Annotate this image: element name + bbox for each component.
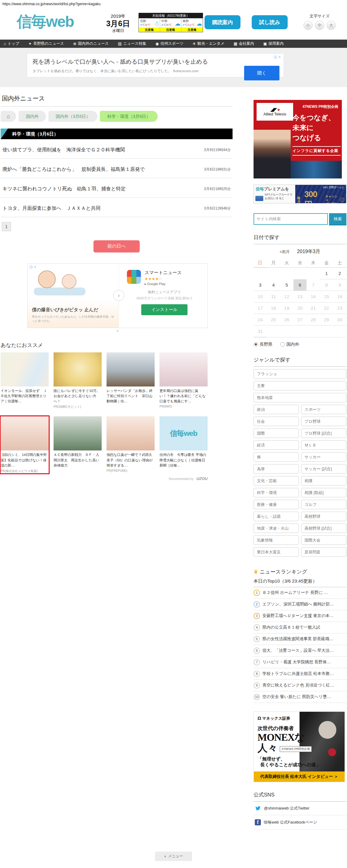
genre-button[interactable]: 医療・健康	[254, 500, 299, 509]
breadcrumb-item-active[interactable]: 科学・環境（3月6日）	[100, 111, 158, 122]
menu-button[interactable]: ∧メニュー	[155, 851, 192, 861]
ad-close-icon[interactable]: ×	[27, 329, 208, 333]
subscribe-button[interactable]: 購読案内	[204, 15, 241, 29]
smartnews-ad-creative[interactable]: 僕の爆音いびきがピタッ 止んだ 何をやってもダメだったあなたに。いびき対策の最終…	[28, 264, 119, 328]
genre-button[interactable]: ゴルフ	[301, 500, 347, 509]
article-title-link[interactable]: 使い捨てプラ、使用削減を 海洋保全でＧ２０科学機関	[2, 147, 125, 153]
article-title-link[interactable]: キツネに襲われコウノトリ死ぬ 幼鳥１羽、捕食と特定	[2, 186, 126, 192]
nav-item[interactable]: ▦ 会社案内	[233, 41, 254, 46]
breadcrumb-item[interactable]: 国内外（3月6日）	[49, 111, 98, 122]
genre-button[interactable]: 気象情報	[254, 535, 299, 545]
install-button[interactable]: インストール	[141, 304, 188, 315]
recommend-card[interactable]: ＡＣ長野の新戦力 ＤＦ・入間川景太 両足生かした高い身体能力	[54, 416, 102, 473]
nav-item[interactable]: ⊕ 国内外のニュース	[73, 41, 109, 46]
shinmai-premium-ad[interactable]: 信毎プレミアムを NTTグループカードでお支払いすると 20ケ月間ずーっと 毎月…	[254, 185, 346, 204]
calendar-day[interactable]: 3	[254, 279, 267, 291]
trial-read-button[interactable]: 試し読み	[252, 15, 288, 29]
nav-item[interactable]: ✦ 長野県のニュース	[28, 41, 64, 46]
recommend-card[interactable]: 【顔のシミ、14日間の集中対策】化粧品では防げない！保湿の新… PR(株式会社メ…	[1, 416, 49, 473]
recommend-card[interactable]: レッサーパンダ「お散歩」終了前に特別イベント 茶臼山動物園｜信…	[106, 352, 155, 409]
genre-button[interactable]: 為替	[254, 464, 299, 474]
ranking-item[interactable]: 7 リハビリ・看護 大学院構想 長野保…	[254, 657, 346, 668]
weather-region[interactable]: 北部 3℃/8℃ ☃ 注意報	[139, 18, 160, 32]
monex-cta-bar[interactable]: 代表取締役社長 松本大氏 インタビュー ＞	[254, 771, 345, 782]
genre-button[interactable]: 科学・環境	[254, 488, 299, 497]
nav-item[interactable]: ⌂ トップ	[4, 41, 19, 46]
weather-region[interactable]: 南部 4℃/12℃ ☁ 注意報	[181, 18, 203, 32]
ranking-item[interactable]: 4 県内の公立高８１校で一般入試	[254, 622, 346, 633]
font-size-large-button[interactable]: 大	[326, 21, 336, 30]
google-play-link[interactable]: ▸ Google Play	[145, 282, 182, 286]
font-size-small-button[interactable]: 小	[304, 21, 313, 30]
facebook-link-row[interactable]: f 信毎web 公式Facebookページ	[254, 815, 346, 830]
font-size-medium-button[interactable]: 中	[315, 21, 324, 30]
genre-button[interactable]: 熊本地震	[254, 393, 346, 402]
genre-button[interactable]: サッカー [試合]	[301, 464, 347, 474]
ranking-item[interactable]: 2 エプソン、深圳工場閉鎖へ 腕時計部…	[254, 599, 346, 610]
allied-telesis-ad[interactable]: ◢◤● Allied Telesis 47NEWS PR特別企画 今をつなぎ、 …	[254, 100, 342, 179]
genre-button[interactable]: 国際	[254, 429, 299, 438]
previous-month-link[interactable]: <前月	[280, 249, 290, 254]
weather-region[interactable]: 中部 2℃/8℃ ☁ 注意報	[160, 18, 181, 32]
ranking-item[interactable]: 9 青空に映えるピンク色 見頃近づく紅…	[254, 680, 346, 691]
nav-item[interactable]: ▣ 採用案内	[263, 41, 284, 46]
genre-button[interactable]: サッカー	[301, 452, 347, 462]
genre-button[interactable]: 国際大会	[301, 535, 347, 545]
carousel-arrow-button[interactable]: ›	[113, 290, 124, 301]
search-button[interactable]: 検索	[329, 213, 346, 225]
ad-info-icon[interactable]: ⓘ	[274, 55, 277, 60]
calendar-day[interactable]: 4	[267, 279, 280, 291]
previous-day-button[interactable]: 前の日へ	[93, 240, 140, 252]
breadcrumb-home[interactable]: ⌂	[1, 111, 16, 122]
genre-button[interactable]: ＭＬＢ	[301, 440, 347, 450]
recommend-card[interactable]: 更年期の口臭は強烈に臭い！？嫌われる前に「どんな口臭でも無臭にす… PR(INI…	[159, 352, 208, 409]
ad-close-icon[interactable]: ×	[34, 265, 36, 270]
ranking-item[interactable]: 1 Ｂ２信州 ホームアリーナ 長野に …	[254, 587, 346, 599]
article-title-link[interactable]: トヨタ、月面探査に参加へ ＪＡＸＡと共同	[2, 205, 100, 212]
calendar-day[interactable]: 1	[320, 268, 333, 279]
genre-button[interactable]: 経済	[254, 440, 299, 450]
genre-button[interactable]: プロ野球	[301, 416, 347, 426]
recommend-card[interactable]: 誰にもバレずに今すぐ10万。お金があと少し足りない方へ！ PR(SMBCモビット…	[54, 352, 102, 409]
radio-option-nagano[interactable]: 長野県	[254, 342, 273, 347]
radio-option-domestic-international[interactable]: 国内外	[280, 342, 299, 347]
calendar-day[interactable]: 5	[280, 279, 293, 291]
ranking-item[interactable]: 10 空の安全 誓い新たに 県防災ヘリ墜…	[254, 691, 346, 703]
genre-button[interactable]: プロ野球 [試合]	[301, 429, 347, 438]
page-number-button[interactable]: 1	[2, 222, 11, 231]
genre-button[interactable]: 地震・津波・火山	[254, 524, 299, 533]
monex-ad[interactable]: Ωマネックス証券 次世代の伴奏者 MONEXな 人々 47NEWS PR特別企画…	[254, 711, 345, 782]
recommend-card[interactable]: 強烈な口臭が一瞬で？武田久美子（50）の口臭ない理由が簡単すぎる… PR(FRE…	[106, 416, 155, 473]
genre-button[interactable]: 高校野球	[301, 512, 347, 521]
article-title-link[interactable]: 廃炉へ「勝負どころはこれから」 規制委員長、福島第１原発で	[2, 166, 145, 173]
recommend-card[interactable]: イオンモール、拡張せず ＪＲ佐久平駅南の区画整理エリア｜信濃毎…	[1, 352, 49, 409]
recommend-card[interactable]: 信毎web 信州の冬 今季は暖冬 平地の降雪大幅に少なく｜信濃毎日新聞［信毎…	[159, 416, 208, 473]
ad-cta-button[interactable]: 聞く	[244, 66, 279, 81]
ranking-item[interactable]: 5 県の女性活躍推進関連事業 部長級職…	[254, 633, 346, 645]
site-logo[interactable]: 信毎web	[17, 14, 74, 29]
nav-item[interactable]: ✈ 観光・エンタメ	[193, 41, 225, 46]
nav-item[interactable]: ◉ 信州スポーツ	[156, 41, 184, 46]
calendar-day[interactable]: 2	[333, 268, 346, 279]
genre-button[interactable]: 原発問題	[301, 547, 347, 557]
twitter-link-row[interactable]: @shinmaiweb 公式Twitter	[254, 802, 346, 815]
genre-button[interactable]: 主要	[254, 381, 346, 391]
genre-button[interactable]: 暮らし・話題	[254, 512, 299, 521]
genre-button[interactable]: 株	[254, 452, 299, 462]
ad-title[interactable]: 死を誘うレベルで口が臭い人へ - 舐める口臭サプリが臭いを止める	[33, 58, 221, 66]
ranking-item[interactable]: 6 信大、「法曹コース」設置へ 早大法…	[254, 645, 346, 657]
genre-button[interactable]: 文化・芸能	[254, 476, 299, 486]
ranking-item[interactable]: 3 安曇野工場へＵターン支援 東京の本…	[254, 610, 346, 622]
genre-button[interactable]: 東日本大震災	[254, 547, 299, 557]
genre-button[interactable]: 高校野球 [試合]	[301, 524, 347, 533]
ad-source[interactable]: fromcocoro.com	[173, 69, 198, 73]
genre-button[interactable]: フラッシュ	[254, 369, 346, 378]
breadcrumb-item[interactable]: 国内外	[19, 111, 46, 122]
genre-button[interactable]: 相撲 [取組]	[301, 488, 347, 497]
calendar-day[interactable]: 6	[293, 279, 307, 291]
genre-button[interactable]: 社会	[254, 416, 299, 426]
ad-info-icon[interactable]: ⓘ	[30, 265, 33, 270]
search-input[interactable]	[254, 213, 328, 225]
genre-button[interactable]: 政治	[254, 405, 299, 414]
ad-close-icon[interactable]: ×	[279, 55, 281, 60]
